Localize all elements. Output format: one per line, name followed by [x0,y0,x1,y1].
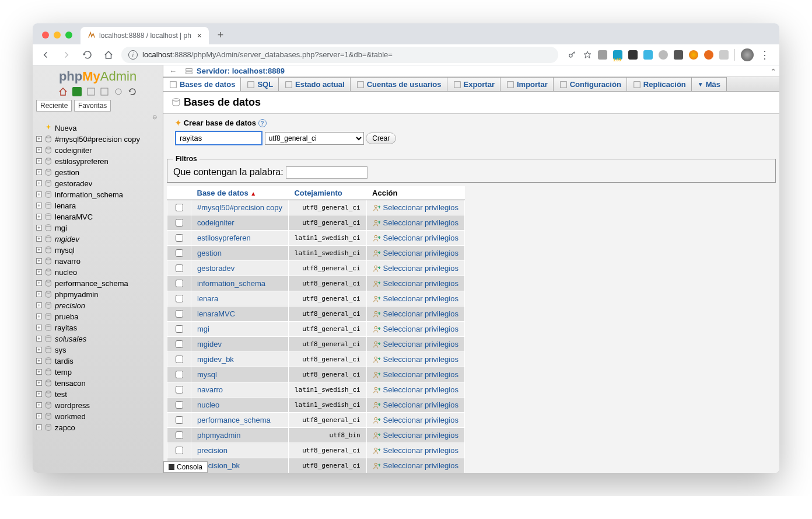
db-link[interactable]: gestoradev [197,264,235,273]
extension-icon[interactable] [704,50,713,60]
tab-config[interactable]: Configuración [553,77,628,91]
tree-item-temp[interactable]: +temp [36,367,163,378]
tree-item-zapco[interactable]: +zapco [36,422,163,433]
tree-item--mysql50-precision-copy[interactable]: +#mysql50#precision copy [36,134,163,145]
privileges-link[interactable]: Seleccionar privilegios [383,431,459,440]
expand-icon[interactable]: + [36,347,42,353]
col-collation[interactable]: Cotejamiento [288,186,366,200]
row-checkbox[interactable] [176,310,183,318]
server-link[interactable]: Servidor: localhost:8889 [197,67,285,75]
db-link[interactable]: mgi [197,325,209,333]
row-checkbox[interactable] [176,234,183,242]
row-checkbox[interactable] [176,401,183,409]
expand-icon[interactable]: + [36,336,42,342]
address-bar[interactable]: i localhost:8888/phpMyAdmin/server_datab… [121,47,558,63]
db-link[interactable]: lenaraMVC [197,309,235,318]
expand-icon[interactable]: + [36,402,42,408]
extension-icon[interactable] [719,50,729,60]
tree-item-prueba[interactable]: +prueba [36,311,163,322]
row-checkbox[interactable] [176,264,183,272]
tab-users[interactable]: Cuentas de usuarios [350,77,448,91]
row-checkbox[interactable] [176,431,183,439]
tree-item-tardis[interactable]: +tardis [36,356,163,367]
expand-icon[interactable]: + [36,247,42,253]
tab-db[interactable]: Bases de datos [163,77,242,91]
tree-item-wordpress[interactable]: +wordpress [36,400,163,411]
expand-icon[interactable]: + [36,191,42,197]
new-tab-button[interactable]: + [212,27,229,43]
logout-icon[interactable] [72,87,82,96]
db-link[interactable]: nucleo [197,400,219,409]
db-link[interactable]: codeigniter [197,218,235,227]
tab-status[interactable]: Estado actual [278,77,351,91]
key-icon[interactable] [568,50,577,60]
expand-icon[interactable]: + [36,169,42,175]
tab-import[interactable]: Importar [500,77,554,91]
privileges-link[interactable]: Seleccionar privilegios [383,370,459,379]
close-tab-icon[interactable]: × [197,31,202,40]
db-link[interactable]: information_schema [197,279,265,288]
expand-icon[interactable]: + [36,380,42,386]
privileges-link[interactable]: Seleccionar privilegios [383,340,459,349]
filter-input[interactable] [286,166,368,179]
row-checkbox[interactable] [176,416,183,424]
expand-icon[interactable]: + [36,391,42,397]
expand-icon[interactable]: + [36,358,42,364]
tree-item-lenara[interactable]: +lenara [36,200,163,211]
extension-icon[interactable] [628,50,638,60]
row-checkbox[interactable] [176,447,183,454]
extension-icon[interactable] [643,50,653,60]
privileges-link[interactable]: Seleccionar privilegios [383,400,459,409]
link-icon[interactable]: ⊖ [152,114,157,120]
expand-icon[interactable]: + [36,180,42,186]
db-link[interactable]: phpmyadmin [197,431,240,440]
expand-icon[interactable]: + [36,158,42,164]
privileges-link[interactable]: Seleccionar privilegios [383,279,459,288]
row-checkbox[interactable] [176,280,183,287]
privileges-link[interactable]: Seleccionar privilegios [383,446,459,455]
row-checkbox[interactable] [176,386,183,393]
tab-more[interactable]: ▼Más [691,77,727,91]
privileges-link[interactable]: Seleccionar privilegios [383,249,459,257]
tree-new-db[interactable]: Nueva [36,123,163,134]
tree-item-estilosypreferen[interactable]: +estilosypreferen [36,156,163,167]
reload-icon[interactable] [128,87,137,96]
close-window-icon[interactable] [42,32,49,39]
forward-button[interactable] [58,47,75,63]
tree-item-information-schema[interactable]: +information_schema [36,189,163,200]
tree-item-mgi[interactable]: +mgi [36,222,163,234]
privileges-link[interactable]: Seleccionar privilegios [383,234,459,242]
tree-item-mgidev[interactable]: +mgidev [36,234,163,245]
expand-icon[interactable]: + [36,269,42,275]
tree-item-test[interactable]: +test [36,389,163,400]
tree-item-rayitas[interactable]: +rayitas [36,322,163,333]
home-icon[interactable] [58,87,68,96]
db-link[interactable]: lenara [197,294,218,303]
db-link[interactable]: precision [197,446,228,455]
tree-item-gestoradev[interactable]: +gestoradev [36,178,163,189]
db-link[interactable]: estilosypreferen [197,234,251,242]
privileges-link[interactable]: Seleccionar privilegios [383,461,459,470]
maximize-window-icon[interactable] [65,32,72,39]
tree-item-mysql[interactable]: +mysql [36,245,163,256]
tab-export[interactable]: Exportar [447,77,501,91]
profile-avatar[interactable] [741,48,754,61]
expand-icon[interactable]: + [36,147,42,153]
db-link[interactable]: mgidev [197,340,222,349]
expand-icon[interactable]: + [36,214,42,220]
settings-icon[interactable] [114,87,123,96]
tree-item-tensacon[interactable]: +tensacon [36,378,163,389]
row-checkbox[interactable] [176,295,183,302]
collapse-left-icon[interactable]: ← [169,67,177,75]
star-icon[interactable] [583,50,592,60]
row-checkbox[interactable] [176,249,183,257]
extension-icon[interactable] [674,50,683,60]
db-link[interactable]: performance_schema [197,416,271,424]
privileges-link[interactable]: Seleccionar privilegios [383,355,459,364]
privileges-link[interactable]: Seleccionar privilegios [383,325,459,333]
db-link[interactable]: mgidev_bk [197,355,234,364]
expand-icon[interactable]: + [36,302,42,308]
tree-item-gestion[interactable]: +gestion [36,167,163,178]
tree-item-precision[interactable]: +precision [36,300,163,311]
row-checkbox[interactable] [176,204,183,211]
